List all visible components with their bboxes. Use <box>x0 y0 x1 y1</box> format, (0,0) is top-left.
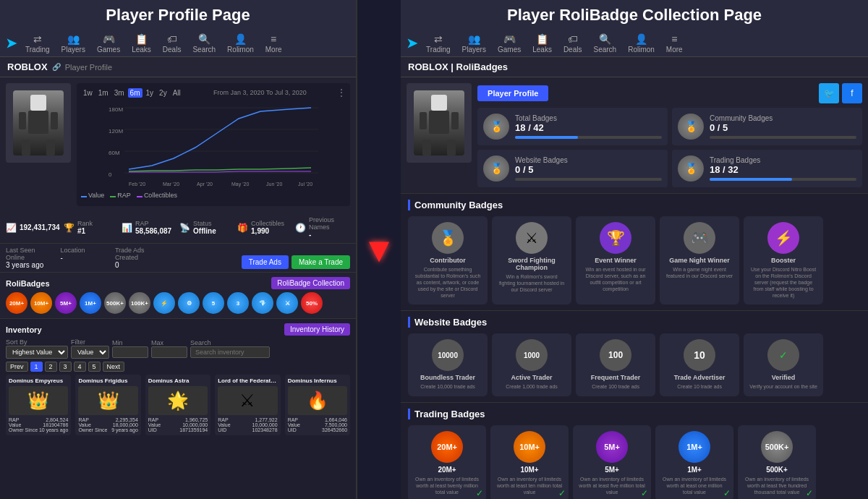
item-0-icon: 👑 <box>27 391 49 411</box>
make-trade-button[interactable]: Make a Trade <box>292 255 350 269</box>
collectibles-icon: 🎁 <box>237 223 248 233</box>
event-winner-name: Event Winner <box>595 257 636 264</box>
chart-options-icon[interactable]: ⋮ <box>337 88 346 98</box>
tbc-5m-desc: Own an inventory of limiteds worth at le… <box>579 476 645 495</box>
svg-text:Jun '20: Jun '20 <box>266 182 282 187</box>
player-profile-tab[interactable]: Player Profile <box>477 85 548 101</box>
min-input[interactable] <box>112 346 148 358</box>
active-trader-desc: Create 1,000 trade ads <box>506 383 558 390</box>
trading-badge-10m: 10M+ 10M+ Own an inventory of limiteds w… <box>490 425 569 499</box>
btn-6m[interactable]: 6m <box>128 88 142 98</box>
event-winner-icon: 🏆 <box>600 222 631 254</box>
twitter-button[interactable]: 🐦 <box>819 83 839 103</box>
inventory-label: Inventory <box>6 325 42 334</box>
nav-trading[interactable]: ⇄ Trading <box>25 33 50 54</box>
stat-rap-num: 58,586,087 <box>135 227 171 235</box>
page-2-button[interactable]: 2 <box>45 362 57 372</box>
svg-text:Apr '20: Apr '20 <box>197 182 213 187</box>
page-1-button[interactable]: 1 <box>30 362 43 372</box>
right-nav-search[interactable]: 🔍 Search <box>593 33 616 54</box>
community-badges-icon: 🏅 <box>678 114 704 140</box>
rolimon-icon: 👤 <box>234 33 247 45</box>
nav-search[interactable]: 🔍 Search <box>192 33 216 54</box>
badge-500k: 500K+ <box>104 292 126 314</box>
r-more-icon: ≡ <box>671 33 677 45</box>
roli-badge-collection-button[interactable]: RoliBadge Collection <box>271 277 350 289</box>
trading-badges-bar-fill <box>710 178 792 181</box>
verified-name: Verified <box>772 374 796 381</box>
search-input[interactable] <box>190 346 270 358</box>
nav-games[interactable]: 🎮 Games <box>97 33 120 54</box>
btn-1w[interactable]: 1w <box>81 88 95 98</box>
badge-10m: 10M+ <box>30 292 52 314</box>
filter-select[interactable]: Value <box>71 346 109 359</box>
community-badges-category-title: Community Badges <box>408 200 861 210</box>
tbc-20m-check: ✓ <box>476 488 483 498</box>
website-badges-title: Website Badges <box>515 156 662 164</box>
link-icon: 🔗 <box>52 63 61 71</box>
trade-advertiser-card: 10 Trade Advertiser Create 10 trade ads <box>660 333 739 396</box>
right-avatar-box <box>407 83 472 163</box>
right-logo[interactable]: ➤ <box>407 35 417 51</box>
trading-badges-value: 18 / 32 <box>710 164 856 175</box>
right-nav-more[interactable]: ≡ More <box>666 33 683 54</box>
badge-gear: ⚙ <box>178 292 200 314</box>
value-icon: 📈 <box>6 223 17 233</box>
r-players-icon: 👥 <box>468 33 480 45</box>
active-trader-name: Active Trader <box>511 374 553 381</box>
website-badges-card: 🏅 Website Badges 0 / 5 <box>477 150 668 187</box>
r-nav-leaks-label: Leaks <box>532 46 552 54</box>
item-4-icon: 🔥 <box>307 391 328 411</box>
left-nav-items: ⇄ Trading 👥 Players 🎮 Games 📋 Leaks 🏷 De… <box>25 33 350 54</box>
right-nav-leaks[interactable]: 📋 Leaks <box>532 33 552 54</box>
stat-prev-names-value: - <box>309 231 350 239</box>
tbc-20m-icon: 20M+ <box>431 431 463 463</box>
btn-1y[interactable]: 1y <box>144 88 156 98</box>
item-3-img: ⚔ <box>218 386 277 415</box>
booster-icon: ⚡ <box>767 222 799 254</box>
tbc-1m-name: 1M+ <box>687 466 702 474</box>
nav-leaks[interactable]: 📋 Leaks <box>132 33 151 54</box>
right-nav-deals[interactable]: 🏷 Deals <box>563 33 582 54</box>
event-winner-desc: Win an event hosted in our Discord serve… <box>582 266 650 292</box>
right-nav-players[interactable]: 👥 Players <box>462 33 486 54</box>
right-nav-items: ⇄ Trading 👥 Players 🎮 Games 📋 Leaks 🏷 De… <box>426 33 862 54</box>
btn-all[interactable]: All <box>171 88 183 98</box>
booster-name: Booster <box>771 257 796 264</box>
btn-1m[interactable]: 1m <box>96 88 111 98</box>
nav-more[interactable]: ≡ More <box>265 33 282 54</box>
prev-button[interactable]: Prev <box>6 362 28 372</box>
website-badge-cards: 10000 Boundless Trader Create 10,000 tra… <box>408 333 861 396</box>
next-button[interactable]: Next <box>103 362 125 372</box>
page-4-button[interactable]: 4 <box>74 362 86 372</box>
page-3-button[interactable]: 3 <box>59 362 72 372</box>
max-input[interactable] <box>151 346 187 358</box>
right-nav-games[interactable]: 🎮 Games <box>498 33 521 54</box>
contributor-desc: Contribute something substantial to Roli… <box>414 266 482 299</box>
boundless-trader-desc: Create 10,000 trade ads <box>420 383 475 390</box>
facebook-button[interactable]: f <box>842 83 862 103</box>
btn-3m[interactable]: 3m <box>112 88 127 98</box>
tbc-500k-icon: 500K+ <box>761 431 793 463</box>
sword-badge-card: ⚔ Sword Fighting Champion Win a Rolimon'… <box>492 216 571 304</box>
sort-by-select[interactable]: Highest Value <box>6 346 68 359</box>
left-logo[interactable]: ➤ <box>6 35 17 51</box>
boundless-trader-card: 10000 Boundless Trader Create 10,000 tra… <box>408 333 488 396</box>
right-nav-trading[interactable]: ⇄ Trading <box>426 33 451 54</box>
right-nav-rolimon[interactable]: 👤 Rolimon <box>628 33 655 54</box>
badge-5m: 5M+ <box>55 292 77 314</box>
nav-deals[interactable]: 🏷 Deals <box>163 33 182 54</box>
svg-text:120M: 120M <box>109 128 123 135</box>
inventory-history-button[interactable]: Inventory History <box>284 323 350 336</box>
nav-players[interactable]: 👥 Players <box>61 33 85 54</box>
website-badges-section: Website Badges 10000 Boundless Trader Cr… <box>401 311 868 402</box>
left-header-title: ROBLOX <box>7 61 48 72</box>
page-5-button[interactable]: 5 <box>88 362 101 372</box>
tbc-1m-icon: 1M+ <box>678 431 710 463</box>
nav-rolimon[interactable]: 👤 Rolimon <box>227 33 254 54</box>
deals-icon: 🏷 <box>167 33 177 45</box>
right-profile-area: Player Profile 🐦 f 🏅 Total Badges 18 / 4… <box>401 77 868 194</box>
btn-2y[interactable]: 2y <box>157 88 169 98</box>
trade-ads-button[interactable]: Trade Ads <box>242 255 289 269</box>
players-icon: 👥 <box>67 33 80 45</box>
